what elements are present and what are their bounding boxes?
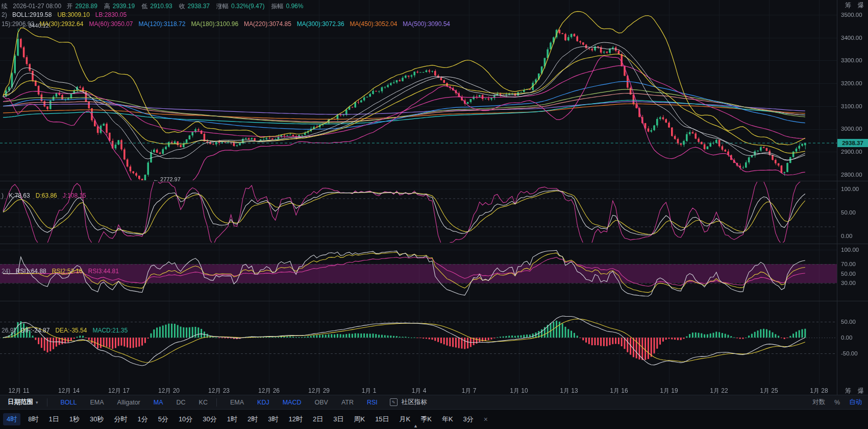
macd-value: MACD:21.35 [92, 327, 128, 334]
ohlc-field: 低2910.93 [141, 3, 172, 10]
kdj-value: K:78.63 [9, 192, 30, 199]
price-tick-label: 3500.00 [841, 12, 862, 18]
interval-button[interactable]: 1分 [136, 413, 148, 425]
scale-mode-button[interactable]: 自动 [849, 398, 862, 407]
interval-button[interactable]: 12时 [288, 413, 304, 425]
interval-button[interactable]: 1日 [47, 413, 60, 425]
sub-indicator-button[interactable]: OBV [314, 399, 328, 406]
date-tick-label: 1月 1 [362, 387, 377, 395]
date-tick-label: 1月 28 [810, 387, 828, 395]
ohlc-field: 收2938.37 [179, 3, 210, 10]
kdj-params-partial: ) [2, 192, 4, 199]
rsi-value: RSI3:44.81 [88, 268, 119, 275]
date-tick-label: 1月 22 [710, 387, 728, 395]
interval-button[interactable]: 10分 [178, 413, 193, 425]
last-price-badge: 2938.37 [837, 139, 868, 147]
chip-tool-button[interactable]: 筹 [845, 1, 851, 10]
date-tick-label: 1月 19 [660, 387, 678, 395]
date-tick-label: 12月 17 [108, 387, 130, 395]
liquidation-tool-button[interactable]: 爆 [858, 1, 864, 10]
ma-value: MA(300):3072.36 [297, 20, 344, 28]
overlay-indicator-button[interactable]: Alligator [117, 399, 140, 406]
price-axis[interactable]: 3500.003400.003300.003200.003100.003000.… [837, 0, 868, 385]
interval-button[interactable]: 30秒 [89, 413, 105, 425]
sub-indicator-button[interactable]: RSI [367, 399, 378, 406]
price-tick-label: 3000.00 [841, 126, 862, 132]
boll-value: UB:3009.10 [57, 11, 89, 18]
interval-button[interactable]: 1秒 [68, 413, 81, 425]
date-tick-label: 1月 13 [560, 387, 578, 395]
date-tick-label: 1月 10 [510, 387, 528, 395]
interval-button[interactable]: 2时 [246, 413, 259, 425]
macd-value: DEA:-35.54 [55, 327, 87, 334]
close-icon[interactable]: × [484, 415, 488, 423]
date-tick-label: 12月 20 [158, 387, 180, 395]
ma-value: MA(500):3090.54 [403, 20, 450, 28]
date-tick-label: 1月 7 [462, 387, 477, 395]
interval-button[interactable]: 2日 [312, 413, 324, 425]
scale-mode-button[interactable]: % [834, 399, 840, 406]
community-indicators-button[interactable]: 社区指标 [402, 398, 427, 407]
boll-value: LB:2830.05 [95, 11, 127, 18]
scroll-up-hint-icon[interactable]: ▲ [413, 423, 418, 428]
price-tick-label: 2800.00 [841, 172, 862, 178]
overlay-indicator-button[interactable]: MA [154, 399, 163, 406]
interval-button[interactable]: 15日 [374, 413, 390, 425]
ma-value: MA(60):3050.07 [89, 20, 133, 28]
rsi-tick-label: 70.00 [841, 261, 856, 267]
interval-button[interactable]: 3分 [462, 413, 475, 425]
overlay-indicator-button[interactable]: KC [199, 399, 208, 406]
scale-mode-button[interactable]: 对数 [812, 398, 825, 407]
interval-toolbar: 4时8时1日1秒30秒分时1分5分10分30分1时2时3时12时2日3日周K15… [0, 410, 868, 429]
ma-value: MA(220):3074.85 [244, 20, 291, 28]
date-tick-label: 12月 14 [58, 387, 80, 395]
ma-value: MA(180):3100.96 [191, 20, 238, 28]
bar-datetime: 2026-01-27 08:00 [13, 3, 61, 10]
indicator-toolbar: 日期范围 ▾ BOLLEMAAlligatorMADCKC EMAKDJMACD… [0, 395, 868, 410]
rsi-tick-label: 100.00 [841, 247, 859, 253]
interval-button[interactable]: 4时 [3, 413, 20, 425]
interval-button[interactable]: 分时 [113, 413, 128, 425]
price-tick-label: 3200.00 [841, 80, 862, 86]
interval-button[interactable]: 周K [353, 413, 366, 425]
price-tick-label: 2900.00 [841, 149, 862, 155]
boll-header: 2) BOLL:2919.58UB:3009.10LB:2830.05 [2, 11, 132, 18]
sub-indicator-button[interactable]: MACD [283, 399, 302, 406]
chip-tool-button-2[interactable]: 筹 [845, 387, 851, 395]
liquidation-tool-button-2[interactable]: 爆 [858, 387, 864, 395]
interval-button[interactable]: 5分 [157, 413, 169, 425]
macd-params-partial: 26,9) [2, 327, 15, 334]
overlay-indicator-button[interactable]: EMA [90, 399, 104, 406]
interval-button[interactable]: 30分 [202, 413, 217, 425]
date-axis[interactable]: 12月 1112月 1412月 1712月 2012月 2312月 2612月 … [0, 385, 868, 395]
interval-button[interactable]: 月K [399, 413, 412, 425]
interval-button[interactable]: 3日 [332, 413, 344, 425]
macd-value: DIF:-24.87 [21, 327, 50, 334]
overlay-indicator-button[interactable]: DC [177, 399, 186, 406]
boll-params-partial: 2) [2, 11, 7, 18]
date-range-button[interactable]: 日期范围 [8, 398, 33, 407]
ma-header: 15):2906.93 MA(30):2932.64MA(60):3050.07… [2, 20, 456, 28]
symbol-partial: 续 [2, 3, 8, 10]
date-tick-label: 12月 26 [258, 387, 280, 395]
interval-button[interactable]: 3时 [267, 413, 279, 425]
interval-button[interactable]: 8时 [27, 413, 39, 425]
macd-header: 26,9) DIF:-24.87DEA:-35.54MACD:21.35 [2, 327, 133, 334]
interval-button[interactable]: 年K [441, 413, 454, 425]
rsi-params-partial: 24) [2, 268, 10, 275]
sub-indicator-button[interactable]: ATR [341, 399, 354, 406]
chevron-down-icon: ▾ [36, 400, 38, 405]
overlay-indicator-button[interactable]: BOLL [61, 399, 77, 406]
interval-button[interactable]: 1时 [226, 413, 238, 425]
edit-indicator-icon[interactable]: ✎ [390, 398, 398, 406]
ma-value: MA(450):3052.04 [350, 20, 398, 28]
date-tick-label: 1月 25 [760, 387, 778, 395]
sub-indicator-button[interactable]: KDJ [257, 399, 269, 406]
ohlc-field: 高2939.19 [104, 3, 135, 10]
sub-indicator-button[interactable]: EMA [230, 399, 244, 406]
date-tick-label: 12月 23 [208, 387, 230, 395]
interval-button[interactable]: 季K [419, 413, 433, 425]
ohlc-field: 涨幅0.32%(9.47) [216, 3, 264, 10]
price-tick-label: 3400.00 [841, 35, 862, 41]
ohlc-field: 振幅0.96% [271, 3, 303, 10]
